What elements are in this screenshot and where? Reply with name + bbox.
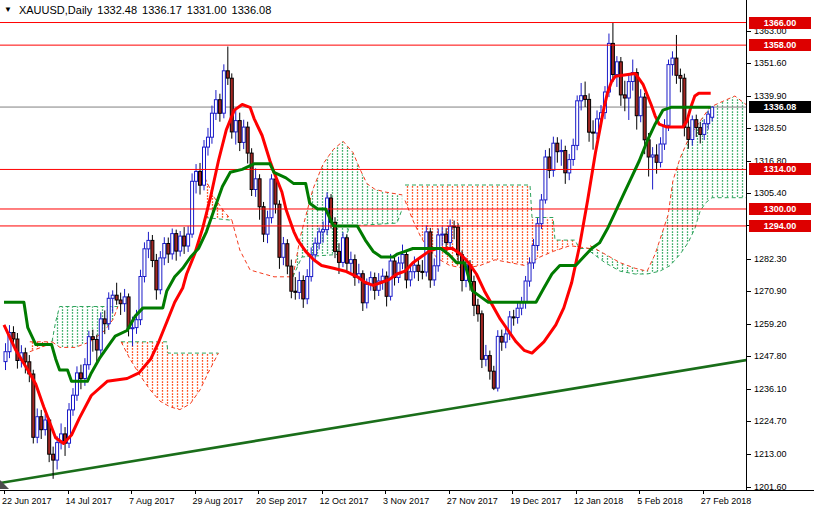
date-tick-label: 3 Nov 2017: [383, 496, 429, 506]
price-tick-label: 1339.90: [754, 91, 787, 101]
candle-up: [270, 179, 273, 218]
candle-down: [230, 78, 233, 132]
candle-down: [218, 100, 221, 114]
candle-down: [274, 179, 277, 204]
candle-down: [167, 244, 170, 255]
candle-up: [210, 113, 213, 137]
candle-down: [12, 333, 15, 340]
candle-up: [159, 258, 162, 290]
trendline-layer[interactable]: [0, 360, 746, 483]
candle-down: [592, 132, 595, 133]
candle-up: [107, 298, 110, 323]
candle-down: [584, 96, 587, 100]
candle-up: [552, 143, 555, 170]
candle-up: [524, 281, 527, 303]
date-tick-label: 5 Feb 2018: [637, 496, 683, 506]
price-level-badge[interactable]: 1358.00: [749, 39, 811, 51]
candle-up: [214, 100, 217, 114]
candle-down: [619, 62, 622, 95]
candle-up: [195, 171, 198, 181]
chart-window: ▼ XAUUSD,Daily 1332.48 1336.17 1331.00 1…: [0, 0, 814, 514]
high-value: 1336.17: [142, 4, 182, 16]
candle-up: [365, 284, 368, 302]
price-tick-mark: [747, 454, 751, 455]
candle-up: [143, 249, 146, 277]
candle-down: [250, 153, 253, 189]
price-tick-mark: [747, 487, 751, 488]
candle-up: [540, 200, 543, 224]
candle-down: [103, 319, 106, 324]
candle-up: [206, 137, 209, 147]
candle-up: [306, 277, 309, 299]
candle-down: [199, 171, 202, 185]
price-level-badge[interactable]: 1366.00: [749, 17, 811, 29]
symbol-period-label: XAUUSD,Daily: [19, 4, 92, 16]
candle-up: [71, 395, 74, 410]
ichimoku-cloud-layer: [30, 96, 746, 410]
price-tick-label: 1224.70: [754, 416, 787, 426]
candle-down: [52, 454, 55, 460]
candle-up: [441, 234, 444, 235]
candle-up: [703, 124, 706, 135]
time-axis[interactable]: 22 Jun 201714 Jul 20177 Aug 201729 Aug 2…: [0, 490, 814, 514]
candle-up: [580, 96, 583, 101]
date-tick-label: 20 Sep 2017: [256, 496, 307, 506]
candle-down: [492, 371, 495, 388]
low-value: 1331.00: [187, 4, 227, 16]
price-level-badge[interactable]: 1314.00: [749, 163, 811, 175]
candle-up: [711, 107, 714, 117]
candle-down: [687, 127, 690, 139]
candle-down: [643, 97, 646, 140]
candle-up: [532, 245, 535, 263]
candle-down: [655, 155, 658, 162]
candle-down: [675, 58, 678, 75]
price-level-badge[interactable]: 1294.00: [749, 220, 811, 232]
price-tick-label: 1282.30: [754, 254, 787, 264]
price-tick-label: 1328.50: [754, 123, 787, 133]
candle-down: [361, 274, 364, 303]
price-axis[interactable]: 1363.001351.601339.901328.501316.801305.…: [746, 0, 814, 490]
candle-up: [135, 320, 138, 328]
date-tick-label: 29 Aug 2017: [193, 496, 244, 506]
support-trendline[interactable]: [0, 360, 746, 483]
candle-up: [222, 71, 225, 113]
candle-down: [262, 207, 265, 234]
price-tick-label: 1270.90: [754, 286, 787, 296]
ma-line-green: [4, 107, 711, 381]
date-tick-label: 27 Feb 2018: [701, 496, 752, 506]
candle-up: [413, 265, 416, 272]
candle-up: [449, 226, 452, 242]
candle-up: [627, 82, 630, 98]
date-tick-label: 19 Dec 2017: [510, 496, 561, 506]
candle-up: [99, 319, 102, 350]
candle-down: [294, 291, 297, 292]
date-tick-mark: [639, 491, 640, 494]
candle-up: [528, 263, 531, 281]
date-tick-mark: [4, 491, 5, 494]
candle-down: [119, 300, 122, 304]
candle-up: [131, 328, 134, 329]
candle-up: [147, 240, 150, 249]
candle-up: [298, 281, 301, 293]
candle-down: [246, 127, 249, 153]
candle-down: [695, 120, 698, 128]
price-tick-mark: [747, 193, 751, 194]
candle-up: [163, 244, 166, 258]
date-tick-label: 14 Jul 2017: [66, 496, 113, 506]
candle-up: [496, 336, 499, 388]
date-tick-mark: [449, 491, 450, 494]
candle-up: [234, 121, 237, 132]
candle-up: [282, 244, 285, 258]
date-tick-label: 12 Jan 2018: [574, 496, 624, 506]
candle-down: [500, 336, 503, 342]
candle-up: [75, 373, 78, 395]
price-tick-label: 1213.00: [754, 449, 787, 459]
candle-up: [576, 101, 579, 146]
date-tick-mark: [68, 491, 69, 494]
price-level-badge[interactable]: 1300.00: [749, 203, 811, 215]
candle-up: [341, 238, 344, 263]
candle-up: [242, 127, 245, 142]
candle-up: [651, 155, 654, 157]
price-chart-canvas[interactable]: [0, 0, 746, 490]
candle-up: [433, 266, 436, 280]
